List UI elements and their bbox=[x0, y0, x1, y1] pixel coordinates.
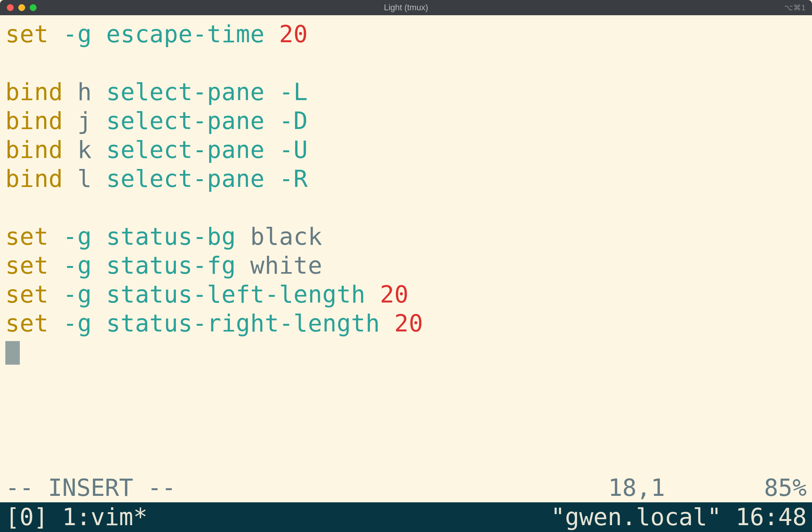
editor-viewport[interactable]: set -g escape-time 20bind h select-pane … bbox=[0, 15, 812, 473]
code-token bbox=[265, 165, 279, 193]
code-token: bind bbox=[5, 78, 63, 106]
code-token bbox=[265, 20, 279, 48]
terminal-window: Light (tmux) ⌥⌘1 set -g escape-time 20bi… bbox=[0, 0, 812, 532]
code-token bbox=[48, 20, 63, 48]
code-token bbox=[92, 252, 106, 279]
editor-line: set -g status-right-length 20 bbox=[5, 309, 807, 338]
minimize-button[interactable] bbox=[18, 4, 25, 11]
code-token: status-bg bbox=[106, 223, 236, 250]
code-token bbox=[366, 280, 380, 308]
code-token bbox=[92, 78, 106, 106]
code-token: -R bbox=[279, 165, 308, 193]
window-title: Light (tmux) bbox=[0, 3, 812, 13]
code-token bbox=[236, 223, 250, 250]
code-token: 20 bbox=[279, 20, 308, 48]
editor-line bbox=[5, 396, 807, 425]
code-token bbox=[380, 309, 395, 337]
code-token: set bbox=[5, 252, 48, 279]
code-token bbox=[92, 165, 106, 193]
tmux-status-right: "gwen.local" 16:48 bbox=[551, 502, 807, 532]
code-token: 20 bbox=[380, 280, 409, 308]
code-token: status-fg bbox=[106, 252, 236, 279]
vim-status-line: -- INSERT -- 18,1 85% bbox=[0, 473, 812, 502]
tmux-status-bar: [0] 1:vim* "gwen.local" 16:48 bbox=[0, 502, 812, 532]
editor-line bbox=[5, 49, 807, 78]
code-token: set bbox=[5, 309, 48, 337]
editor-line: set -g status-left-length 20 bbox=[5, 280, 807, 309]
editor-line: set -g status-bg black bbox=[5, 222, 807, 251]
code-token: -g bbox=[63, 309, 92, 337]
code-token: -D bbox=[279, 107, 308, 135]
editor-line bbox=[5, 338, 807, 367]
editor-line: set -g escape-time 20 bbox=[5, 20, 807, 49]
editor-line: bind l select-pane -R bbox=[5, 164, 807, 193]
code-token: select-pane bbox=[106, 107, 265, 135]
editor-line: set -g status-fg white bbox=[5, 251, 807, 280]
titlebar: Light (tmux) ⌥⌘1 bbox=[0, 0, 812, 15]
code-token bbox=[63, 136, 77, 164]
code-token: -g bbox=[63, 280, 92, 308]
code-token: -g bbox=[63, 252, 92, 279]
code-token: white bbox=[250, 252, 322, 279]
editor-line bbox=[5, 367, 807, 396]
cursor bbox=[5, 341, 20, 365]
code-token bbox=[48, 223, 63, 250]
vim-cursor-position: 18,1 bbox=[608, 473, 665, 502]
code-token: black bbox=[250, 223, 322, 250]
code-token: 20 bbox=[394, 309, 423, 337]
code-token: -L bbox=[279, 78, 308, 106]
code-token: bind bbox=[5, 107, 63, 135]
code-token: bind bbox=[5, 136, 63, 164]
vim-mode: -- INSERT -- bbox=[5, 473, 176, 502]
code-token: bind bbox=[5, 165, 63, 193]
code-token bbox=[92, 223, 106, 250]
code-token: status-right-length bbox=[106, 309, 380, 337]
code-token bbox=[63, 78, 77, 106]
traffic-lights bbox=[7, 4, 37, 11]
code-token: set bbox=[5, 223, 48, 250]
maximize-button[interactable] bbox=[30, 4, 37, 11]
close-button[interactable] bbox=[7, 4, 14, 11]
editor-line bbox=[5, 425, 807, 454]
code-token: -U bbox=[279, 136, 308, 164]
code-token bbox=[236, 252, 250, 279]
code-token: set bbox=[5, 20, 48, 48]
code-token: set bbox=[5, 280, 48, 308]
editor-line bbox=[5, 193, 807, 222]
tmux-status-left: [0] 1:vim* bbox=[5, 502, 147, 532]
code-token bbox=[92, 107, 106, 135]
code-token: j bbox=[77, 107, 92, 135]
code-token: h bbox=[77, 78, 92, 106]
code-token: escape-time bbox=[106, 20, 265, 48]
code-token bbox=[48, 252, 63, 279]
code-token bbox=[63, 165, 77, 193]
code-token: k bbox=[77, 136, 92, 164]
code-token bbox=[63, 107, 77, 135]
code-token bbox=[265, 107, 279, 135]
vim-scroll-percent: 85% bbox=[764, 473, 807, 502]
code-token: select-pane bbox=[106, 165, 265, 193]
code-token bbox=[92, 309, 106, 337]
code-token: -g bbox=[63, 20, 92, 48]
code-token: l bbox=[77, 165, 92, 193]
code-token bbox=[265, 78, 279, 106]
editor-line: bind h select-pane -L bbox=[5, 78, 807, 107]
code-token bbox=[265, 136, 279, 164]
editor-line: bind j select-pane -D bbox=[5, 107, 807, 135]
editor-line: bind k select-pane -U bbox=[5, 135, 807, 164]
code-token bbox=[48, 280, 63, 308]
code-token: -g bbox=[63, 223, 92, 250]
code-token bbox=[92, 280, 106, 308]
code-token bbox=[92, 136, 106, 164]
code-token: select-pane bbox=[106, 78, 265, 106]
code-token: status-left-length bbox=[106, 280, 366, 308]
code-token: select-pane bbox=[106, 136, 265, 164]
code-token bbox=[48, 309, 63, 337]
window-shortcut-hint: ⌥⌘1 bbox=[784, 3, 806, 12]
code-token bbox=[92, 20, 106, 48]
